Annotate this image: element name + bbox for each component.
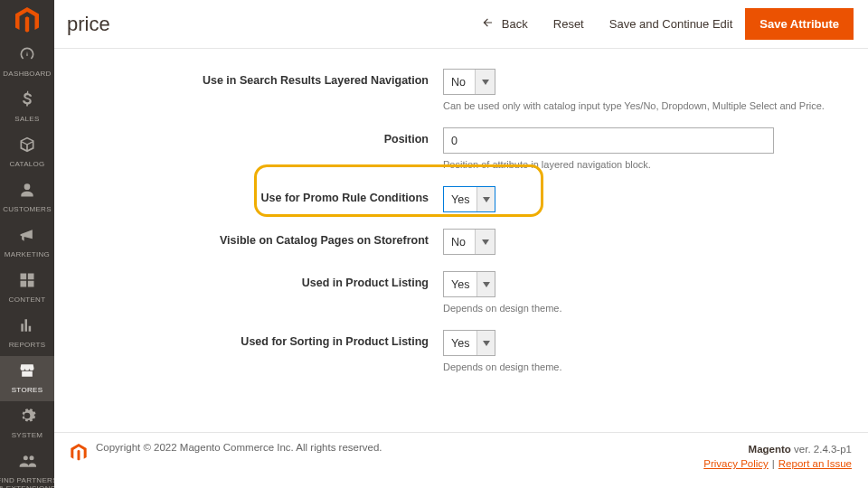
customers-icon xyxy=(18,181,36,202)
nav-stores[interactable]: STORES xyxy=(0,356,54,401)
save-attribute-button[interactable]: Save Attribute xyxy=(745,8,854,40)
row-visible-catalog: Visible on Catalog Pages on Storefront N… xyxy=(54,229,868,255)
field-label: Used in Product Listing xyxy=(54,271,443,290)
field-hint: Position of attribute in layered navigat… xyxy=(443,159,868,170)
visible-catalog-select[interactable]: No xyxy=(443,229,495,255)
version-prefix: ver. xyxy=(791,444,814,455)
reports-icon xyxy=(18,316,36,338)
caret-down-icon xyxy=(476,187,495,211)
arrow-left-icon xyxy=(482,16,495,32)
promo-select[interactable]: Yes xyxy=(443,186,495,212)
copyright-text: Copyright © 2022 Magento Commerce Inc. A… xyxy=(96,442,382,453)
back-label: Back xyxy=(502,17,528,31)
magento-logo-small-icon xyxy=(71,444,87,464)
caret-down-icon xyxy=(476,331,495,355)
separator: | xyxy=(769,458,778,469)
side-nav: DASHBOARD SALES CATALOG CUSTOMERS MARKET… xyxy=(0,0,54,488)
page-title: price xyxy=(67,13,110,36)
system-icon xyxy=(18,407,36,428)
nav-label: MARKETING xyxy=(5,250,50,258)
dashboard-icon xyxy=(18,45,36,67)
nav-marketing[interactable]: MARKETING xyxy=(0,221,54,266)
field-label: Use for Promo Rule Conditions xyxy=(54,186,443,205)
field-label: Visible on Catalog Pages on Storefront xyxy=(54,229,443,248)
caret-down-icon xyxy=(475,230,495,254)
save-continue-button[interactable]: Save and Continue Edit xyxy=(597,8,746,40)
row-product-listing: Used in Product Listing Yes Depends on d… xyxy=(54,271,868,314)
content-icon xyxy=(18,271,36,293)
nav-partners[interactable]: FIND PARTNERS & EXTENSIONS xyxy=(0,446,54,488)
nav-label: CONTENT xyxy=(9,296,46,304)
select-value: Yes xyxy=(444,187,476,211)
partners-icon xyxy=(18,452,36,474)
row-position: Position Position of attribute in layere… xyxy=(54,127,868,170)
privacy-link[interactable]: Privacy Policy xyxy=(703,458,769,469)
reset-button[interactable]: Reset xyxy=(541,8,597,40)
select-value: Yes xyxy=(444,272,476,296)
select-value: Yes xyxy=(444,331,476,355)
nav-catalog[interactable]: CATALOG xyxy=(0,130,54,175)
caret-down-icon xyxy=(476,272,495,296)
select-value: No xyxy=(444,70,475,94)
top-bar: price Back Reset Save and Continue Edit … xyxy=(54,0,868,49)
catalog-icon xyxy=(18,136,36,157)
field-hint: Depends on design theme. xyxy=(443,361,868,372)
field-hint: Can be used only with catalog input type… xyxy=(443,100,868,111)
nav-dashboard[interactable]: DASHBOARD xyxy=(0,40,54,85)
field-label: Use in Search Results Layered Navigation xyxy=(54,69,443,88)
page-footer: Copyright © 2022 Magento Commerce Inc. A… xyxy=(54,432,868,488)
version-text: 2.4.3-p1 xyxy=(814,444,852,455)
nav-reports[interactable]: REPORTS xyxy=(0,311,54,356)
back-button[interactable]: Back xyxy=(469,7,541,41)
sorting-select[interactable]: Yes xyxy=(443,330,495,356)
stores-icon xyxy=(18,361,36,383)
nav-label: REPORTS xyxy=(9,341,46,349)
row-promo: Use for Promo Rule Conditions Yes xyxy=(54,186,868,212)
marketing-icon xyxy=(18,226,36,248)
row-search-layered: Use in Search Results Layered Navigation… xyxy=(54,69,868,111)
nav-label: CATALOG xyxy=(9,160,44,168)
row-sorting: Used for Sorting in Product Listing Yes … xyxy=(54,330,868,372)
nav-sales[interactable]: SALES xyxy=(0,85,54,130)
position-input[interactable] xyxy=(443,127,774,154)
nav-label: FIND PARTNERS & EXTENSIONS xyxy=(0,476,58,488)
attribute-form: Use in Search Results Layered Navigation… xyxy=(54,49,868,372)
nav-label: DASHBOARD xyxy=(3,70,51,78)
search-layered-select[interactable]: No xyxy=(443,69,495,95)
nav-customers[interactable]: CUSTOMERS xyxy=(0,175,54,221)
field-label: Used for Sorting in Product Listing xyxy=(54,330,443,349)
report-issue-link[interactable]: Report an Issue xyxy=(778,458,852,469)
field-hint: Depends on design theme. xyxy=(443,303,868,314)
main-content: Use in Search Results Layered Navigation… xyxy=(54,49,868,432)
magento-logo-icon xyxy=(15,7,39,34)
select-value: No xyxy=(444,230,475,254)
nav-label: STORES xyxy=(12,386,43,394)
caret-down-icon xyxy=(475,70,495,94)
nav-label: SYSTEM xyxy=(12,431,43,439)
nav-system[interactable]: SYSTEM xyxy=(0,401,54,446)
product-name: Magento xyxy=(749,444,791,455)
dollar-icon xyxy=(18,90,36,112)
nav-content[interactable]: CONTENT xyxy=(0,266,54,311)
nav-label: CUSTOMERS xyxy=(3,205,52,213)
nav-label: SALES xyxy=(14,115,39,123)
product-listing-select[interactable]: Yes xyxy=(443,271,495,297)
field-label: Position xyxy=(54,127,443,146)
